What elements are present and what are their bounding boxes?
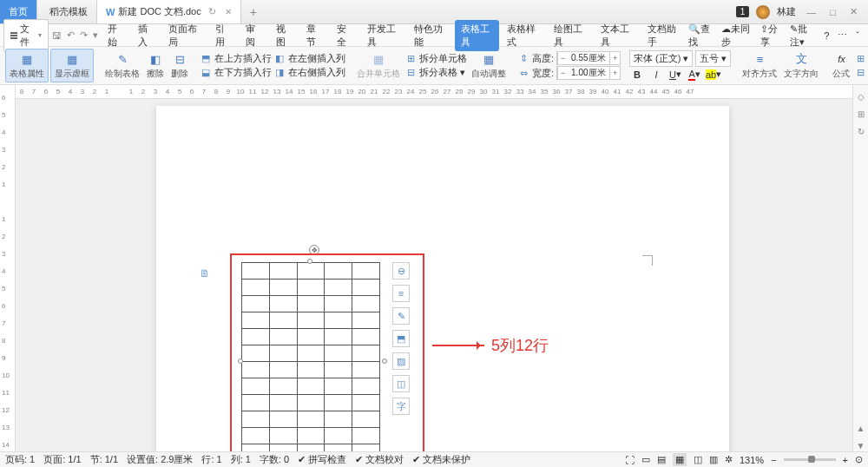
height-spinner[interactable]: −0.55厘米+: [556, 51, 621, 65]
close-tab-icon[interactable]: ✕: [225, 7, 232, 16]
avatar[interactable]: [756, 5, 770, 19]
highlight-button[interactable]: ab▾: [706, 68, 721, 82]
qat-redo-icon[interactable]: ↷: [78, 30, 89, 41]
underline-button[interactable]: U▾: [667, 68, 683, 82]
width-spinner[interactable]: −1.00厘米+: [556, 66, 621, 80]
status-words[interactable]: 字数: 0: [260, 453, 289, 466]
status-pages[interactable]: 页面: 1/1: [43, 453, 81, 466]
qat-more-icon[interactable]: ▾: [91, 30, 100, 41]
quickcalc-button[interactable]: ⊞快速计算▾: [854, 52, 868, 65]
sidetool-minus[interactable]: ⊖: [392, 262, 410, 280]
help-icon[interactable]: ?: [824, 30, 829, 41]
font-select[interactable]: 宋体 (正文)▾: [629, 50, 693, 67]
rside-btn1[interactable]: ◇: [855, 90, 867, 102]
status-row[interactable]: 行: 1: [201, 453, 221, 466]
horizontal-ruler[interactable]: 8765432112345678910111213141516171819202…: [16, 85, 852, 99]
rside-btn3[interactable]: ↻: [855, 125, 867, 137]
view-focus-icon[interactable]: ✲: [725, 454, 733, 465]
status-protect[interactable]: ✔ 文档未保护: [412, 453, 470, 466]
fx-button[interactable]: fx公式: [830, 51, 852, 80]
splitcell-button[interactable]: ⊞拆分单元格: [404, 52, 467, 65]
status-section[interactable]: 节: 1/1: [90, 453, 118, 466]
handle-w[interactable]: [238, 358, 243, 364]
zoom-slider[interactable]: [784, 458, 836, 461]
insert-above-button[interactable]: ⬒在上方插入行: [200, 52, 272, 65]
rside-scroll-down[interactable]: ▼: [855, 439, 867, 451]
insert-right-button[interactable]: ◨在右侧插入列: [273, 66, 345, 79]
status-spell[interactable]: ✔ 拼写检查: [298, 453, 346, 466]
sidetool-text[interactable]: 字: [392, 398, 410, 415]
vertical-ruler[interactable]: 6543211234567891011121314: [0, 85, 16, 451]
erase-button[interactable]: ◧擦除: [144, 51, 167, 80]
refresh-icon[interactable]: ↻: [208, 6, 216, 17]
view-outline-icon[interactable]: ▤: [657, 454, 666, 465]
menu-view[interactable]: 视图: [270, 20, 299, 51]
showvr-button[interactable]: ▦显示虚框: [50, 49, 94, 82]
view-print-icon[interactable]: ▦: [673, 453, 687, 466]
rside-scroll-up[interactable]: ▲: [855, 422, 867, 434]
more-icon[interactable]: ⋯: [838, 30, 847, 41]
drawtable-button[interactable]: ✎绘制表格: [102, 51, 142, 80]
sidetool-image[interactable]: ▨: [392, 352, 410, 370]
menu-insert[interactable]: 插入: [132, 20, 161, 51]
merge-button[interactable]: ▦合并单元格: [354, 51, 403, 80]
align-button[interactable]: ≡对齐方式: [740, 51, 779, 80]
sidetool-pen[interactable]: ✎: [392, 307, 410, 325]
menu-tabletool[interactable]: 表格工具: [455, 20, 500, 51]
repeathdr-button[interactable]: ⊟标题行重复: [854, 66, 868, 79]
menu-doccmd[interactable]: 文档助手: [641, 20, 687, 51]
tableprops-button[interactable]: ▦表格属性: [5, 49, 49, 82]
handle-e[interactable]: [382, 358, 387, 364]
menu-layout[interactable]: 页面布局: [162, 20, 207, 51]
menu-file[interactable]: 文件▾: [3, 19, 49, 52]
badge[interactable]: 1: [736, 6, 750, 17]
textdir-button[interactable]: 文文字方向: [781, 51, 821, 80]
view-read-icon[interactable]: ◫: [694, 454, 702, 465]
menu-tablestyle[interactable]: 表格样式: [501, 20, 546, 51]
rside-btn2[interactable]: ⊞: [855, 108, 867, 120]
sidetool-fill[interactable]: ⬒: [392, 330, 410, 347]
collapse-ribbon-icon[interactable]: ˇ: [856, 30, 859, 41]
maximize-icon[interactable]: □: [826, 7, 839, 17]
qat-undo-icon[interactable]: ↶: [65, 30, 76, 41]
view-web-icon[interactable]: ▭: [641, 454, 650, 465]
sync-button[interactable]: ☁未同步: [721, 23, 752, 49]
bold-button[interactable]: B: [629, 68, 645, 82]
menu-section[interactable]: 章节: [300, 20, 329, 51]
search-button[interactable]: 🔍查找: [688, 23, 713, 49]
insert-below-button[interactable]: ⬓在下方插入行: [200, 66, 272, 79]
menu-special[interactable]: 特色功能: [408, 20, 453, 51]
zoom-in-icon[interactable]: +: [843, 455, 848, 465]
sidetool-chart[interactable]: ◫: [392, 375, 410, 392]
menu-ref[interactable]: 引用: [209, 20, 238, 51]
zoom-label[interactable]: 131%: [740, 455, 764, 465]
zoom-fit-icon[interactable]: ⊙: [855, 454, 863, 465]
comment-button[interactable]: ✎批注▾: [790, 23, 815, 49]
italic-button[interactable]: I: [648, 68, 664, 82]
qat-save-icon[interactable]: 🖫: [50, 30, 63, 41]
share-button[interactable]: ⇪分享: [760, 23, 781, 49]
fontcolor-button[interactable]: A▾: [687, 68, 702, 82]
zoom-out-icon[interactable]: −: [771, 455, 776, 465]
menu-texttool[interactable]: 文本工具: [595, 20, 640, 51]
close-icon[interactable]: ✕: [846, 6, 861, 17]
splittable-button[interactable]: ⊟拆分表格▾: [404, 66, 467, 79]
minimize-icon[interactable]: —: [803, 7, 819, 17]
insert-left-button[interactable]: ◧在左侧插入列: [273, 52, 345, 65]
handle-n[interactable]: [307, 259, 312, 264]
view-book-icon[interactable]: ▥: [709, 454, 718, 465]
status-proof[interactable]: ✔ 文档校对: [355, 453, 404, 466]
menu-dev[interactable]: 开发工具: [361, 20, 406, 51]
autofit-button[interactable]: ▦自动调整: [469, 51, 509, 80]
status-col[interactable]: 列: 1: [231, 453, 251, 466]
delete-button[interactable]: ⊟删除: [168, 51, 191, 80]
table[interactable]: [241, 262, 380, 461]
menu-review[interactable]: 审阅: [240, 20, 268, 51]
fontsize-select[interactable]: 五号▾: [695, 50, 731, 67]
menu-drawtool[interactable]: 绘图工具: [548, 20, 593, 51]
status-page[interactable]: 页码: 1: [5, 453, 35, 466]
sidetool-align[interactable]: ≡: [392, 285, 410, 302]
view-fullscreen-icon[interactable]: ⛶: [625, 455, 635, 465]
menu-start[interactable]: 开始: [102, 20, 130, 51]
status-setpos[interactable]: 设置值: 2.9厘米: [127, 453, 193, 466]
